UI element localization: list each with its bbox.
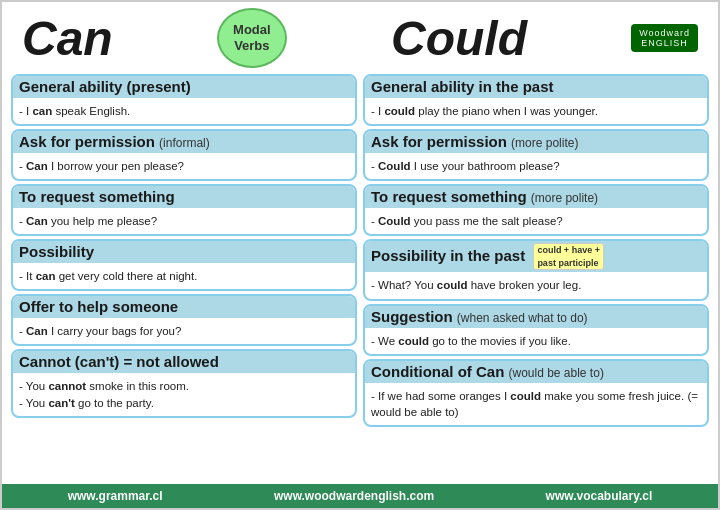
section-possibility: Possibility - It can get very cold there… (11, 239, 357, 291)
section-header-to-request: To request something (13, 186, 355, 208)
section-ask-permission-polite: Ask for permission (more polite) - Could… (363, 129, 709, 181)
logo-main: Woodward (639, 28, 690, 38)
section-possibility-past: Possibility in the past could + have +pa… (363, 239, 709, 300)
section-header-possibility-past: Possibility in the past could + have +pa… (365, 241, 707, 272)
section-title: To request something (19, 188, 175, 205)
section-body: - I could play the piano when I was youn… (371, 101, 701, 121)
footer: www.grammar.cl www.woodwardenglish.com w… (2, 484, 718, 508)
section-title: Conditional of Can (would be able to) (371, 363, 604, 380)
section-suggestion: Suggestion (when asked what to do) - We … (363, 304, 709, 356)
section-body: - It can get very cold there at night. (19, 266, 349, 286)
section-to-request-something: To request something - Can you help me p… (11, 184, 357, 236)
modal-verbs-badge: ModalVerbs (217, 8, 287, 68)
header: Can ModalVerbs Could Woodward ENGLISH (2, 2, 718, 72)
section-header-suggestion: Suggestion (when asked what to do) (365, 306, 707, 328)
section-body: - You cannot smoke in this room.- You ca… (19, 376, 349, 412)
section-header-offer-to-help: Offer to help someone (13, 296, 355, 318)
section-header-general-ability-past: General ability in the past (365, 76, 707, 98)
modal-verbs-text: ModalVerbs (233, 22, 271, 53)
section-title: General ability in the past (371, 78, 554, 95)
section-title: General ability (present) (19, 78, 191, 95)
section-body: - Can you help me please? (19, 211, 349, 231)
woodward-logo: Woodward ENGLISH (631, 24, 698, 52)
section-title: Ask for permission (more polite) (371, 133, 578, 150)
section-body: - I can speak English. (19, 101, 349, 121)
section-header-possibility: Possibility (13, 241, 355, 263)
section-title: Offer to help someone (19, 298, 178, 315)
left-column: General ability (present) - I can speak … (8, 74, 360, 482)
logo-sub: ENGLISH (639, 38, 690, 48)
section-to-request-something-polite: To request something (more polite) - Cou… (363, 184, 709, 236)
section-header-cannot: Cannot (can't) = not allowed (13, 351, 355, 373)
section-cannot: Cannot (can't) = not allowed - You canno… (11, 349, 357, 417)
right-column: General ability in the past - I could pl… (360, 74, 712, 482)
section-body: - We could go to the movies if you like. (371, 331, 701, 351)
section-title: Ask for permission (informal) (19, 133, 210, 150)
content-area: General ability (present) - I can speak … (2, 72, 718, 482)
section-title: Suggestion (when asked what to do) (371, 308, 588, 325)
section-header-conditional: Conditional of Can (would be able to) (365, 361, 707, 383)
section-conditional-of-can: Conditional of Can (would be able to) - … (363, 359, 709, 427)
main-container: Can ModalVerbs Could Woodward ENGLISH Ge… (0, 0, 720, 510)
section-body: - If we had some oranges I could make yo… (371, 386, 701, 422)
section-body: - Could you pass me the salt please? (371, 211, 701, 231)
could-title: Could (391, 11, 527, 66)
section-header-ask-permission-polite: Ask for permission (more polite) (365, 131, 707, 153)
footer-link-grammar[interactable]: www.grammar.cl (68, 489, 163, 503)
section-title: Cannot (can't) = not allowed (19, 353, 219, 370)
section-header-general-ability-present: General ability (present) (13, 76, 355, 98)
can-title: Can (22, 11, 113, 66)
footer-link-vocabulary[interactable]: www.vocabulary.cl (546, 489, 653, 503)
section-offer-to-help: Offer to help someone - Can I carry your… (11, 294, 357, 346)
section-header-ask-permission: Ask for permission (informal) (13, 131, 355, 153)
section-general-ability-past: General ability in the past - I could pl… (363, 74, 709, 126)
section-body: - Can I carry your bags for you? (19, 321, 349, 341)
section-header-to-request-polite: To request something (more polite) (365, 186, 707, 208)
section-title: Possibility in the past could + have +pa… (371, 247, 604, 264)
past-participle-badge: could + have +past participle (533, 243, 604, 270)
section-body: - What? You could have broken your leg. (371, 275, 701, 295)
section-body: - Can I borrow your pen please? (19, 156, 349, 176)
section-ask-permission-informal: Ask for permission (informal) - Can I bo… (11, 129, 357, 181)
section-general-ability-present: General ability (present) - I can speak … (11, 74, 357, 126)
footer-link-woodward[interactable]: www.woodwardenglish.com (274, 489, 434, 503)
section-body: - Could I use your bathroom please? (371, 156, 701, 176)
section-title: To request something (more polite) (371, 188, 598, 205)
section-title: Possibility (19, 243, 94, 260)
